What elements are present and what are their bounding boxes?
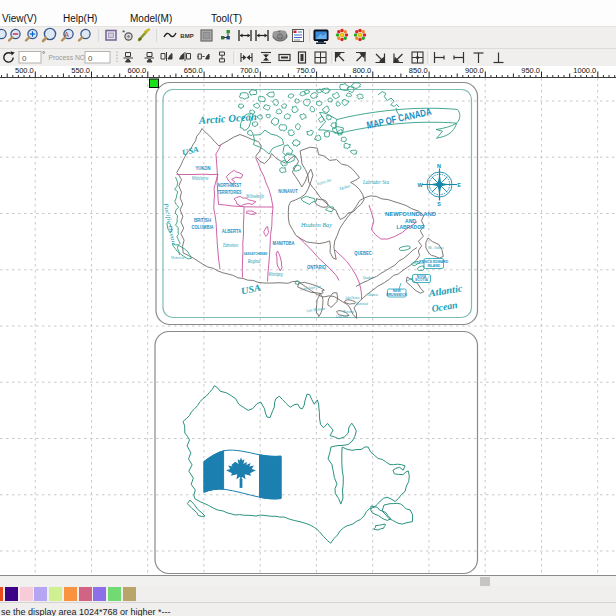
svg-text:QUEBEC: QUEBEC [354,250,372,256]
svg-text:Atlantic: Atlantic [427,282,464,298]
svg-text:0: 0 [88,54,93,63]
svg-text:Hudson Bay: Hudson Bay [300,221,332,228]
svg-text:Repulse Bay: Repulse Bay [315,177,332,187]
svg-text:850.0: 850.0 [409,66,428,75]
svg-text:750.0: 750.0 [296,66,315,75]
svg-text:Lake Michigan: Lake Michigan [305,306,325,314]
svg-text:Victoria: Victoria [171,255,185,260]
svg-text:650.0: 650.0 [184,66,203,75]
svg-text:W: W [417,182,423,188]
svg-text:500.0: 500.0 [15,66,34,75]
svg-text:USA: USA [240,283,262,297]
svg-text:Whitehorse: Whitehorse [192,175,209,181]
svg-text:900.0: 900.0 [465,66,484,75]
svg-text:Lake Ontario: Lake Ontario [345,296,360,300]
svg-text:°: ° [42,50,45,59]
svg-text:BRITISH: BRITISH [194,218,211,223]
svg-text:Regina: Regina [247,258,261,264]
svg-text:ONTARIO: ONTARIO [307,264,326,270]
svg-text:E: E [457,182,461,188]
svg-text:550.0: 550.0 [71,66,90,75]
svg-text:BRUNSWICK: BRUNSWICK [386,293,408,297]
svg-text:Ocean: Ocean [431,299,459,314]
svg-text:Arctic Ocean: Arctic Ocean [197,111,257,126]
svg-text:NEWFOUNDLAND: NEWFOUNDLAND [385,211,436,217]
svg-text:ALBERTA: ALBERTA [222,229,242,234]
svg-text:N: N [437,163,441,169]
svg-text:SASKATCHEWAN: SASKATCHEWAN [244,251,268,256]
svg-text:1000.0: 1000.0 [573,66,596,75]
svg-text:LABRADOR: LABRADOR [397,224,425,230]
svg-text:BMP: BMP [180,33,193,39]
svg-text:St. Johns: St. Johns [429,245,444,250]
svg-text:600.0: 600.0 [128,66,147,75]
svg-text:Toronto: Toronto [343,309,354,314]
svg-text:A: A [64,31,69,38]
svg-text:Montreal: Montreal [355,301,369,306]
svg-text:Quebec: Quebec [363,275,374,280]
svg-text:Labrador Sea: Labrador Sea [362,179,389,185]
svg-text:AND: AND [405,218,416,224]
svg-text:NUNAVUT: NUNAVUT [278,188,297,194]
svg-text:NORTHWEST: NORTHWEST [218,183,242,188]
svg-text:TERRITORIES: TERRITORIES [218,190,243,195]
svg-text:Yellowknife: Yellowknife [246,193,265,199]
svg-text:Lake Erie: Lake Erie [335,315,348,319]
svg-text:YUKON: YUKON [195,166,211,171]
svg-text:0: 0 [22,54,27,63]
svg-text:Iqaluit: Iqaluit [338,183,352,191]
svg-text:800.0: 800.0 [353,66,372,75]
svg-text:MANITOBA: MANITOBA [273,241,295,246]
svg-text:Edmonton: Edmonton [222,242,238,248]
svg-text:USA: USA [181,144,200,157]
svg-text:COLUMBIA: COLUMBIA [192,225,214,230]
svg-text:*: * [122,28,125,37]
svg-text:Winnipeg: Winnipeg [268,271,283,277]
svg-text:S: S [437,201,441,207]
svg-text:700.0: 700.0 [240,66,259,75]
svg-text:Ottawa: Ottawa [367,292,378,297]
svg-text:Pacific Ocean: Pacific Ocean [163,201,177,245]
svg-text:SCOTIA: SCOTIA [415,278,428,282]
svg-text:ISLAND: ISLAND [427,264,440,268]
svg-text:Process NO:: Process NO: [49,54,88,61]
svg-text:950.0: 950.0 [521,66,540,75]
